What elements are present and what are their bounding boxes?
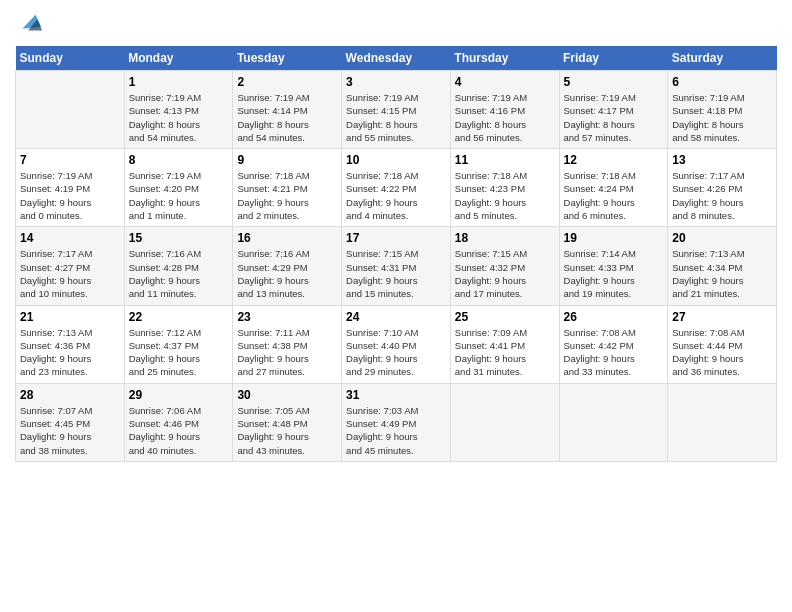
day-number: 7 bbox=[20, 153, 120, 167]
day-info: Sunrise: 7:19 AMSunset: 4:15 PMDaylight:… bbox=[346, 91, 446, 144]
day-info: Sunrise: 7:19 AMSunset: 4:20 PMDaylight:… bbox=[129, 169, 229, 222]
day-number: 4 bbox=[455, 75, 555, 89]
calendar-cell: 19Sunrise: 7:14 AMSunset: 4:33 PMDayligh… bbox=[559, 227, 668, 305]
day-info: Sunrise: 7:19 AMSunset: 4:13 PMDaylight:… bbox=[129, 91, 229, 144]
day-info: Sunrise: 7:14 AMSunset: 4:33 PMDaylight:… bbox=[564, 247, 664, 300]
day-info: Sunrise: 7:19 AMSunset: 4:14 PMDaylight:… bbox=[237, 91, 337, 144]
calendar-week-row: 14Sunrise: 7:17 AMSunset: 4:27 PMDayligh… bbox=[16, 227, 777, 305]
day-info: Sunrise: 7:18 AMSunset: 4:21 PMDaylight:… bbox=[237, 169, 337, 222]
day-info: Sunrise: 7:16 AMSunset: 4:28 PMDaylight:… bbox=[129, 247, 229, 300]
day-number: 9 bbox=[237, 153, 337, 167]
calendar-cell: 16Sunrise: 7:16 AMSunset: 4:29 PMDayligh… bbox=[233, 227, 342, 305]
calendar-cell: 27Sunrise: 7:08 AMSunset: 4:44 PMDayligh… bbox=[668, 305, 777, 383]
calendar-table: SundayMondayTuesdayWednesdayThursdayFrid… bbox=[15, 46, 777, 462]
day-number: 29 bbox=[129, 388, 229, 402]
calendar-cell: 29Sunrise: 7:06 AMSunset: 4:46 PMDayligh… bbox=[124, 383, 233, 461]
calendar-week-row: 7Sunrise: 7:19 AMSunset: 4:19 PMDaylight… bbox=[16, 149, 777, 227]
weekday-header: Thursday bbox=[450, 46, 559, 71]
day-info: Sunrise: 7:19 AMSunset: 4:17 PMDaylight:… bbox=[564, 91, 664, 144]
day-info: Sunrise: 7:19 AMSunset: 4:18 PMDaylight:… bbox=[672, 91, 772, 144]
day-info: Sunrise: 7:12 AMSunset: 4:37 PMDaylight:… bbox=[129, 326, 229, 379]
calendar-cell: 31Sunrise: 7:03 AMSunset: 4:49 PMDayligh… bbox=[342, 383, 451, 461]
day-number: 5 bbox=[564, 75, 664, 89]
calendar-cell: 17Sunrise: 7:15 AMSunset: 4:31 PMDayligh… bbox=[342, 227, 451, 305]
day-number: 26 bbox=[564, 310, 664, 324]
weekday-header: Monday bbox=[124, 46, 233, 71]
calendar-cell bbox=[559, 383, 668, 461]
day-number: 24 bbox=[346, 310, 446, 324]
day-number: 12 bbox=[564, 153, 664, 167]
day-info: Sunrise: 7:07 AMSunset: 4:45 PMDaylight:… bbox=[20, 404, 120, 457]
day-info: Sunrise: 7:15 AMSunset: 4:32 PMDaylight:… bbox=[455, 247, 555, 300]
calendar-cell: 9Sunrise: 7:18 AMSunset: 4:21 PMDaylight… bbox=[233, 149, 342, 227]
day-info: Sunrise: 7:09 AMSunset: 4:41 PMDaylight:… bbox=[455, 326, 555, 379]
day-info: Sunrise: 7:10 AMSunset: 4:40 PMDaylight:… bbox=[346, 326, 446, 379]
day-number: 3 bbox=[346, 75, 446, 89]
logo-icon bbox=[15, 10, 43, 38]
day-info: Sunrise: 7:13 AMSunset: 4:36 PMDaylight:… bbox=[20, 326, 120, 379]
weekday-header: Friday bbox=[559, 46, 668, 71]
calendar-cell bbox=[16, 71, 125, 149]
day-number: 31 bbox=[346, 388, 446, 402]
calendar-week-row: 1Sunrise: 7:19 AMSunset: 4:13 PMDaylight… bbox=[16, 71, 777, 149]
day-number: 6 bbox=[672, 75, 772, 89]
calendar-cell: 18Sunrise: 7:15 AMSunset: 4:32 PMDayligh… bbox=[450, 227, 559, 305]
day-number: 25 bbox=[455, 310, 555, 324]
calendar-cell: 4Sunrise: 7:19 AMSunset: 4:16 PMDaylight… bbox=[450, 71, 559, 149]
day-number: 19 bbox=[564, 231, 664, 245]
weekday-header: Tuesday bbox=[233, 46, 342, 71]
day-number: 30 bbox=[237, 388, 337, 402]
calendar-cell: 14Sunrise: 7:17 AMSunset: 4:27 PMDayligh… bbox=[16, 227, 125, 305]
calendar-cell bbox=[450, 383, 559, 461]
calendar-cell: 6Sunrise: 7:19 AMSunset: 4:18 PMDaylight… bbox=[668, 71, 777, 149]
calendar-cell: 12Sunrise: 7:18 AMSunset: 4:24 PMDayligh… bbox=[559, 149, 668, 227]
header bbox=[15, 10, 777, 38]
logo bbox=[15, 10, 47, 38]
day-info: Sunrise: 7:05 AMSunset: 4:48 PMDaylight:… bbox=[237, 404, 337, 457]
day-info: Sunrise: 7:17 AMSunset: 4:27 PMDaylight:… bbox=[20, 247, 120, 300]
weekday-header: Saturday bbox=[668, 46, 777, 71]
day-info: Sunrise: 7:13 AMSunset: 4:34 PMDaylight:… bbox=[672, 247, 772, 300]
day-number: 2 bbox=[237, 75, 337, 89]
day-info: Sunrise: 7:08 AMSunset: 4:44 PMDaylight:… bbox=[672, 326, 772, 379]
day-info: Sunrise: 7:18 AMSunset: 4:22 PMDaylight:… bbox=[346, 169, 446, 222]
weekday-header: Wednesday bbox=[342, 46, 451, 71]
calendar-body: 1Sunrise: 7:19 AMSunset: 4:13 PMDaylight… bbox=[16, 71, 777, 462]
day-info: Sunrise: 7:18 AMSunset: 4:24 PMDaylight:… bbox=[564, 169, 664, 222]
calendar-cell: 25Sunrise: 7:09 AMSunset: 4:41 PMDayligh… bbox=[450, 305, 559, 383]
day-info: Sunrise: 7:08 AMSunset: 4:42 PMDaylight:… bbox=[564, 326, 664, 379]
day-number: 23 bbox=[237, 310, 337, 324]
day-info: Sunrise: 7:18 AMSunset: 4:23 PMDaylight:… bbox=[455, 169, 555, 222]
day-info: Sunrise: 7:03 AMSunset: 4:49 PMDaylight:… bbox=[346, 404, 446, 457]
calendar-cell: 7Sunrise: 7:19 AMSunset: 4:19 PMDaylight… bbox=[16, 149, 125, 227]
calendar-cell: 21Sunrise: 7:13 AMSunset: 4:36 PMDayligh… bbox=[16, 305, 125, 383]
calendar-cell: 8Sunrise: 7:19 AMSunset: 4:20 PMDaylight… bbox=[124, 149, 233, 227]
calendar-cell: 11Sunrise: 7:18 AMSunset: 4:23 PMDayligh… bbox=[450, 149, 559, 227]
calendar-cell: 20Sunrise: 7:13 AMSunset: 4:34 PMDayligh… bbox=[668, 227, 777, 305]
day-info: Sunrise: 7:17 AMSunset: 4:26 PMDaylight:… bbox=[672, 169, 772, 222]
calendar-cell: 30Sunrise: 7:05 AMSunset: 4:48 PMDayligh… bbox=[233, 383, 342, 461]
day-info: Sunrise: 7:19 AMSunset: 4:16 PMDaylight:… bbox=[455, 91, 555, 144]
calendar-cell: 13Sunrise: 7:17 AMSunset: 4:26 PMDayligh… bbox=[668, 149, 777, 227]
day-number: 17 bbox=[346, 231, 446, 245]
day-number: 15 bbox=[129, 231, 229, 245]
day-number: 1 bbox=[129, 75, 229, 89]
calendar-cell: 15Sunrise: 7:16 AMSunset: 4:28 PMDayligh… bbox=[124, 227, 233, 305]
day-number: 8 bbox=[129, 153, 229, 167]
day-number: 20 bbox=[672, 231, 772, 245]
day-info: Sunrise: 7:15 AMSunset: 4:31 PMDaylight:… bbox=[346, 247, 446, 300]
page-container: SundayMondayTuesdayWednesdayThursdayFrid… bbox=[0, 0, 792, 472]
calendar-cell: 22Sunrise: 7:12 AMSunset: 4:37 PMDayligh… bbox=[124, 305, 233, 383]
calendar-week-row: 28Sunrise: 7:07 AMSunset: 4:45 PMDayligh… bbox=[16, 383, 777, 461]
day-info: Sunrise: 7:16 AMSunset: 4:29 PMDaylight:… bbox=[237, 247, 337, 300]
day-number: 14 bbox=[20, 231, 120, 245]
calendar-cell: 10Sunrise: 7:18 AMSunset: 4:22 PMDayligh… bbox=[342, 149, 451, 227]
calendar-cell: 5Sunrise: 7:19 AMSunset: 4:17 PMDaylight… bbox=[559, 71, 668, 149]
calendar-cell: 1Sunrise: 7:19 AMSunset: 4:13 PMDaylight… bbox=[124, 71, 233, 149]
day-number: 10 bbox=[346, 153, 446, 167]
calendar-cell: 26Sunrise: 7:08 AMSunset: 4:42 PMDayligh… bbox=[559, 305, 668, 383]
day-number: 18 bbox=[455, 231, 555, 245]
day-number: 27 bbox=[672, 310, 772, 324]
calendar-cell: 23Sunrise: 7:11 AMSunset: 4:38 PMDayligh… bbox=[233, 305, 342, 383]
calendar-cell bbox=[668, 383, 777, 461]
